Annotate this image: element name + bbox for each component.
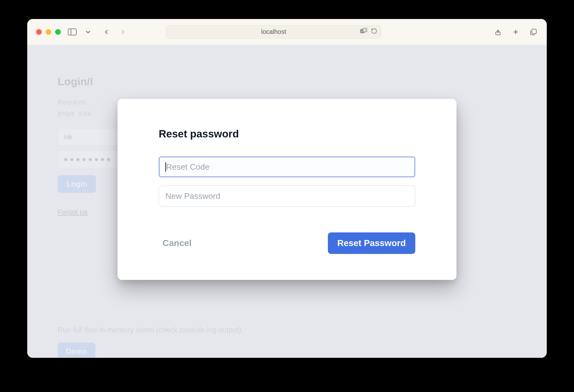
requires-text: Requires (58, 98, 86, 106)
tab-overview-button[interactable] (529, 28, 538, 36)
translate-icon[interactable]: A 文 (360, 28, 367, 36)
fullscreen-window-button[interactable] (55, 29, 61, 35)
tab-dropdown-button[interactable] (84, 28, 92, 36)
demo-button[interactable]: Demo (58, 343, 95, 358)
cancel-button[interactable]: Cancel (159, 234, 195, 253)
svg-rect-9 (532, 29, 536, 34)
minimize-window-button[interactable] (46, 29, 51, 35)
traffic-lights (36, 29, 61, 35)
sidebar-icon (68, 28, 77, 35)
svg-text:A: A (361, 30, 363, 33)
back-button[interactable] (102, 28, 111, 36)
modal-title: Reset password (159, 128, 415, 140)
chevron-down-icon (84, 28, 92, 36)
new-tab-button[interactable] (511, 28, 520, 36)
plus-icon (512, 28, 520, 36)
chevron-right-icon (119, 28, 127, 36)
share-button[interactable] (494, 28, 502, 36)
share-icon (494, 28, 502, 36)
demo-description: Run full flow in-memory demo (check cons… (58, 326, 243, 334)
forward-button[interactable] (118, 28, 127, 36)
reset-password-modal: Reset password Cancel Reset Password (118, 99, 456, 280)
browser-chrome: localhost A 文 (27, 19, 547, 45)
page-viewport: Login/I Requires pnpm exa ●●●●●●●● Login… (27, 45, 547, 358)
reset-password-button[interactable]: Reset Password (328, 232, 415, 254)
address-text: localhost (261, 28, 286, 35)
address-bar[interactable]: localhost A 文 (166, 25, 381, 39)
svg-rect-0 (68, 29, 76, 35)
sidebar-toggle-button[interactable] (68, 28, 77, 36)
forgot-password-link[interactable]: Forgot pa (58, 208, 87, 216)
svg-text:文: 文 (364, 29, 367, 32)
close-window-button[interactable] (36, 29, 42, 35)
new-password-input[interactable] (159, 186, 415, 206)
reset-code-input[interactable] (159, 156, 415, 177)
code-text: pnpm exa (58, 109, 91, 117)
login-button[interactable]: Login (58, 175, 96, 193)
tabs-icon (530, 28, 537, 36)
text-cursor (165, 162, 166, 172)
page-title: Login/I (58, 75, 516, 88)
chevron-left-icon (103, 28, 110, 36)
demo-section: Run full flow in-memory demo (check cons… (58, 326, 243, 358)
reload-icon[interactable] (371, 28, 377, 36)
browser-window: localhost A 文 (27, 19, 547, 358)
